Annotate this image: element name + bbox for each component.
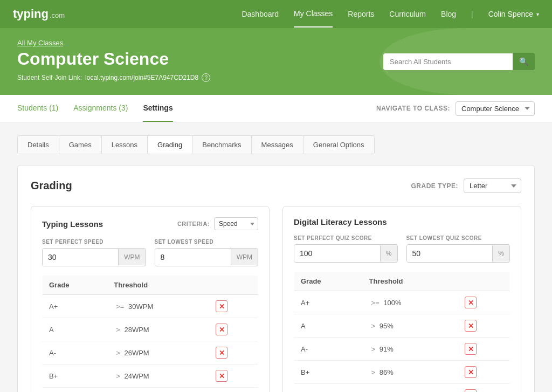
settings-tab-benchmarks[interactable]: Benchmarks — [192, 136, 251, 154]
self-join-row: Student Self-Join Link: local.typing.com… — [17, 73, 535, 82]
grading-cards: Typing Lessons CRITERIA: Speed Accuracy … — [31, 206, 521, 392]
table-row: B+ > 24WPM ✕ — [43, 365, 258, 388]
table-row: A > 28WPM ✕ — [43, 318, 258, 341]
search-input[interactable] — [383, 53, 513, 70]
action-cell: ✕ — [458, 384, 509, 393]
table-row: A- > 26WPM ✕ — [43, 341, 258, 365]
action-cell: ✕ — [209, 388, 258, 393]
threshold-cell: > 28WPM — [107, 318, 209, 341]
delete-button[interactable]: ✕ — [465, 320, 477, 332]
settings-tab-grading[interactable]: Grading — [148, 136, 192, 154]
settings-tab-lessons[interactable]: Lessons — [102, 136, 148, 154]
settings-tab-details[interactable]: Details — [18, 136, 59, 154]
typing-card-header: Typing Lessons CRITERIA: Speed Accuracy — [42, 217, 258, 230]
delete-button[interactable]: ✕ — [465, 389, 477, 392]
app-logo[interactable]: typing .com — [13, 7, 65, 21]
delete-button[interactable]: ✕ — [216, 324, 227, 335]
settings-tabs: Details Games Lessons Grading Benchmarks… — [17, 135, 375, 154]
logo-typing-text: typing — [13, 7, 49, 21]
tab-assignments[interactable]: Assignments (3) — [73, 95, 128, 122]
threshold-cell: > 82% — [363, 384, 459, 393]
grade-col-header: Grade — [43, 276, 108, 295]
delete-button[interactable]: ✕ — [216, 300, 227, 312]
user-menu[interactable]: Colin Spence ▾ — [488, 10, 539, 18]
nav-dashboard[interactable]: Dashboard — [242, 1, 279, 27]
user-menu-chevron-icon: ▾ — [536, 11, 539, 17]
action-col-header — [209, 276, 258, 295]
lowest-score-unit: % — [492, 245, 509, 262]
delete-button[interactable]: ✕ — [465, 343, 477, 355]
settings-tab-general-options[interactable]: General Options — [303, 136, 374, 154]
action-cell: ✕ — [209, 341, 258, 365]
user-name: Colin Spence — [488, 10, 533, 18]
perfect-score-unit: % — [380, 245, 397, 262]
criteria-select[interactable]: Speed Accuracy — [214, 217, 258, 230]
lowest-speed-label: SET LOWEST SPEED — [155, 239, 259, 245]
lowest-score-input[interactable] — [407, 245, 493, 262]
settings-tab-messages[interactable]: Messages — [252, 136, 303, 154]
lowest-speed-input[interactable] — [155, 249, 231, 266]
self-join-url[interactable]: local.typing.com/join#5E7A947CD21D8 — [85, 74, 198, 81]
digital-card-header: Digital Literacy Lessons — [294, 217, 510, 226]
nav-my-classes[interactable]: My Classes — [294, 1, 333, 27]
grade-col-header: Grade — [294, 272, 363, 291]
action-cell: ✕ — [458, 314, 509, 338]
nav-reports[interactable]: Reports — [348, 1, 374, 27]
breadcrumb[interactable]: All My Classes — [17, 39, 535, 47]
perfect-speed-field: SET PERFECT SPEED WPM — [42, 239, 146, 266]
delete-button[interactable]: ✕ — [465, 297, 477, 308]
threshold-cell: > 91% — [363, 338, 459, 361]
nav-blog[interactable]: Blog — [441, 1, 456, 27]
perfect-score-input-wrap: % — [294, 244, 398, 263]
grade-cell: B — [294, 384, 363, 393]
self-join-label: Student Self-Join Link: — [17, 74, 82, 81]
perfect-score-label: SET PERFECT QUIZ SCORE — [294, 235, 398, 241]
grading-section: Grading GRADE TYPE: Letter Percentage Po… — [17, 165, 535, 392]
action-cell: ✕ — [458, 361, 509, 384]
lowest-speed-unit: WPM — [231, 249, 258, 265]
threshold-col-header: Threshold — [107, 276, 209, 295]
tab-students[interactable]: Students (1) — [17, 95, 58, 122]
nav-curriculum[interactable]: Curriculum — [389, 1, 426, 27]
nav-links: Dashboard My Classes Reports Curriculum … — [242, 1, 539, 27]
search-button[interactable]: 🔍 — [513, 53, 535, 70]
perfect-speed-input[interactable] — [43, 249, 118, 266]
quiz-score-fields: SET PERFECT QUIZ SCORE % SET LOWEST QUIZ… — [294, 235, 510, 263]
header-banner: All My Classes Computer Science Student … — [0, 28, 552, 95]
delete-button[interactable]: ✕ — [216, 370, 227, 382]
digital-literacy-card: Digital Literacy Lessons SET PERFECT QUI… — [282, 206, 521, 392]
tab-settings[interactable]: Settings — [143, 95, 172, 122]
grade-type-select[interactable]: Letter Percentage Points — [464, 178, 521, 193]
threshold-cell: > 26WPM — [107, 341, 209, 365]
perfect-score-field: SET PERFECT QUIZ SCORE % — [294, 235, 398, 263]
table-row: A- > 91% ✕ — [294, 338, 510, 361]
action-cell: ✕ — [458, 291, 509, 314]
settings-tab-games[interactable]: Games — [59, 136, 102, 154]
lowest-score-label: SET LOWEST QUIZ SCORE — [406, 235, 510, 241]
perfect-speed-input-wrap: WPM — [42, 248, 146, 266]
perfect-speed-label: SET PERFECT SPEED — [42, 239, 146, 245]
grade-type-label: GRADE TYPE: — [411, 182, 458, 190]
lowest-speed-field: SET LOWEST SPEED WPM — [155, 239, 259, 266]
table-row: B > 22WPM ✕ — [43, 388, 258, 393]
grade-cell: A — [294, 314, 363, 338]
typing-card-title: Typing Lessons — [42, 219, 103, 229]
delete-button[interactable]: ✕ — [465, 366, 477, 378]
lowest-score-field: SET LOWEST QUIZ SCORE % — [406, 235, 510, 263]
criteria-row: CRITERIA: Speed Accuracy — [177, 217, 258, 230]
grading-header: Grading GRADE TYPE: Letter Percentage Po… — [31, 178, 521, 193]
typing-speed-fields: SET PERFECT SPEED WPM SET LOWEST SPEED W… — [42, 239, 258, 266]
threshold-cell: > 22WPM — [107, 388, 209, 393]
delete-button[interactable]: ✕ — [216, 347, 227, 359]
threshold-cell: >= 100% — [363, 291, 459, 314]
digital-grade-table: Grade Threshold A+ >= 100% ✕ A — [294, 271, 510, 392]
table-row: A+ >= 100% ✕ — [294, 291, 510, 314]
table-row: B+ > 86% ✕ — [294, 361, 510, 384]
perfect-score-input[interactable] — [294, 245, 380, 262]
perfect-speed-unit: WPM — [118, 249, 145, 265]
typing-lessons-card: Typing Lessons CRITERIA: Speed Accuracy … — [31, 206, 270, 392]
top-nav: typing .com Dashboard My Classes Reports… — [0, 0, 552, 28]
help-icon[interactable]: ? — [202, 73, 210, 82]
threshold-cell: >= 30WPM — [107, 295, 209, 318]
navigate-class-select[interactable]: Computer Science — [456, 101, 535, 116]
